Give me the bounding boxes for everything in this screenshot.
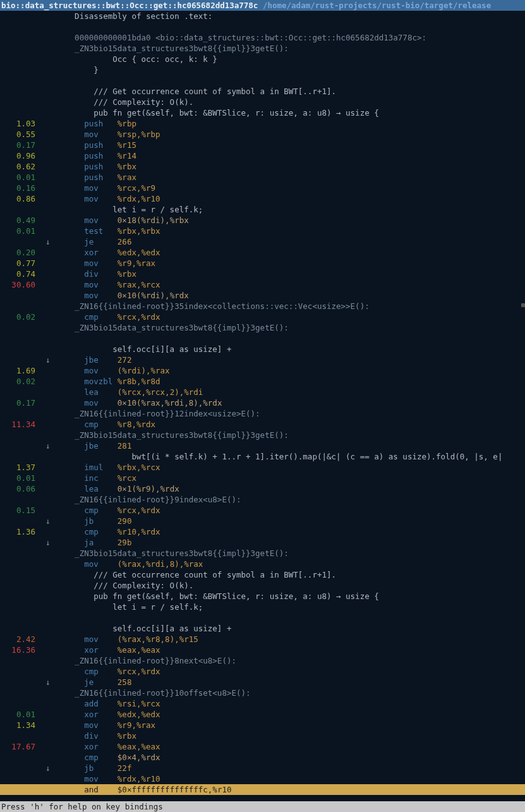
asm-line[interactable]: 17.67 xor %eax,%eax xyxy=(0,741,525,752)
asm-line[interactable]: 2.42 mov (%rax,%r8,8),%r15 xyxy=(0,634,525,645)
asm-line[interactable]: Occ { occ: occ, k: k } xyxy=(0,54,525,64)
code-column xyxy=(56,75,525,86)
asm-line[interactable]: mov (%rax,%rdi,8),%rax xyxy=(0,559,525,569)
asm-line[interactable]: 0.01 push %rax xyxy=(0,172,525,183)
jump-indicator xyxy=(40,462,56,473)
asm-line[interactable]: 1.03 push %rbp xyxy=(0,118,525,129)
jump-indicator xyxy=(40,784,56,795)
code-column: jbe 281 xyxy=(56,440,525,451)
asm-line[interactable]: } xyxy=(0,64,525,75)
asm-line[interactable]: /// Get occurrence count of symbol a in … xyxy=(0,86,525,97)
asm-line[interactable]: ↓ jb 290 xyxy=(0,516,525,526)
percent-column xyxy=(0,333,40,344)
asm-line[interactable]: ↓ je 266 xyxy=(0,236,525,247)
asm-line[interactable] xyxy=(0,75,525,86)
asm-line[interactable]: 16.36 xor %eax,%eax xyxy=(0,645,525,655)
code-column: _ZN16{{inlined-root}}9index<u8>E(): xyxy=(56,494,525,505)
asm-line[interactable]: 0.16 mov %rcx,%r9 xyxy=(0,183,525,193)
code-column: bwt[(i * self.k) + 1..r + 1].iter().map(… xyxy=(56,451,525,462)
asm-line[interactable]: 11.34 cmp %r8,%rdx xyxy=(0,419,525,430)
asm-line[interactable]: 1.37 imul %rbx,%rcx xyxy=(0,462,525,473)
asm-line[interactable]: pub fn get(&self, bwt: &BWTSlice, r: usi… xyxy=(0,107,525,118)
asm-line[interactable]: 0.01 xor %edx,%edx xyxy=(0,709,525,720)
jump-indicator xyxy=(40,21,56,32)
asm-line[interactable]: cmp %rcx,%rdx xyxy=(0,666,525,677)
percent-column xyxy=(0,559,40,569)
asm-line[interactable]: 0.01 inc %rcx xyxy=(0,473,525,483)
jump-indicator: ↓ xyxy=(40,516,56,526)
code-column: jbe 272 xyxy=(56,354,525,365)
asm-line[interactable]: 0.02 movzbl %r8b,%r8d xyxy=(0,376,525,387)
asm-line[interactable]: self.occ[i][a as usize] + xyxy=(0,623,525,634)
asm-line[interactable]: 1.69 mov (%rdi),%rax xyxy=(0,365,525,376)
asm-line[interactable] xyxy=(0,612,525,623)
asm-line[interactable]: 0.49 mov 0×18(%rdi),%rbx xyxy=(0,215,525,226)
asm-line[interactable]: ↓ ja 29b xyxy=(0,537,525,548)
asm-line[interactable]: ↓ jbe 281 xyxy=(0,440,525,451)
jump-indicator xyxy=(40,279,56,290)
asm-line[interactable]: 0.55 mov %rsp,%rbp xyxy=(0,129,525,140)
asm-line[interactable] xyxy=(0,21,525,32)
asm-line[interactable]: _ZN3bio15data_structures3bwt8{{impl}}3ge… xyxy=(0,548,525,559)
asm-line[interactable]: self.occ[i][a as usize] + xyxy=(0,344,525,354)
jump-indicator xyxy=(40,150,56,161)
asm-line[interactable]: mov %rdx,%r10 xyxy=(0,773,525,784)
code-column: je 266 xyxy=(56,236,525,247)
asm-line[interactable]: _ZN16{{inlined-root}}8next<u8>E(): xyxy=(0,655,525,666)
asm-line[interactable]: /// Complexity: O(k). xyxy=(0,580,525,591)
asm-line[interactable]: _ZN3bio15data_structures3bwt8{{impl}}3ge… xyxy=(0,430,525,440)
asm-line[interactable]: add %rsi,%rcx xyxy=(0,698,525,709)
asm-line[interactable]: 0.20 xor %edx,%edx xyxy=(0,247,525,258)
jump-indicator xyxy=(40,580,56,591)
jump-indicator xyxy=(40,258,56,269)
jump-indicator xyxy=(40,226,56,236)
percent-column xyxy=(0,730,40,741)
asm-line[interactable]: 0.15 cmp %rcx,%rdx xyxy=(0,505,525,516)
jump-indicator xyxy=(40,333,56,344)
asm-line[interactable]: 1.36 cmp %r10,%rdx xyxy=(0,526,525,537)
asm-line[interactable] xyxy=(0,333,525,344)
asm-line[interactable]: cmp $0×4,%rdx xyxy=(0,752,525,763)
percent-column xyxy=(0,301,40,312)
asm-line[interactable]: bwt[(i * self.k) + 1..r + 1].iter().map(… xyxy=(0,451,525,462)
asm-line[interactable]: _ZN16{{inlined-root}}10offset<u8>E(): xyxy=(0,688,525,698)
asm-line[interactable]: _ZN16{{inlined-root}}9index<u8>E(): xyxy=(0,494,525,505)
asm-line[interactable]: pub fn get(&self, bwt: &BWTSlice, r: usi… xyxy=(0,591,525,602)
asm-line[interactable]: 0.86 mov %rdx,%r10 xyxy=(0,193,525,204)
asm-line[interactable]: let i = r / self.k; xyxy=(0,602,525,612)
asm-line[interactable]: _ZN16{{inlined-root}}12index<usize>E(): xyxy=(0,408,525,419)
asm-line[interactable]: 0.17 mov 0×10(%rax,%rdi,8),%rdx xyxy=(0,397,525,408)
code-column: je 258 xyxy=(56,677,525,688)
percent-column: 17.67 xyxy=(0,741,40,752)
percent-column: 11.34 xyxy=(0,419,40,430)
asm-line[interactable]: _ZN3bio15data_structures3bwt8{{impl}}3ge… xyxy=(0,322,525,333)
asm-line[interactable]: 0.96 push %r14 xyxy=(0,150,525,161)
asm-line[interactable]: let i = r / self.k; xyxy=(0,204,525,215)
asm-line[interactable]: _ZN3bio15data_structures3bwt8{{impl}}3ge… xyxy=(0,43,525,54)
asm-line[interactable]: _ZN16{{inlined-root}}35index<collections… xyxy=(0,301,525,312)
code-column: _ZN16{{inlined-root}}12index<usize>E(): xyxy=(56,408,525,419)
asm-line[interactable]: div %rbx xyxy=(0,730,525,741)
asm-line[interactable]: /// Get occurrence count of symbol a in … xyxy=(0,569,525,580)
asm-line[interactable]: Disassembly of section .text: xyxy=(0,11,525,21)
asm-line[interactable]: 0.17 push %r15 xyxy=(0,140,525,150)
asm-line[interactable]: 0.77 mov %r9,%rax xyxy=(0,258,525,269)
disassembly-viewport[interactable]: Disassembly of section .text: 0000000000… xyxy=(0,11,525,801)
asm-line[interactable]: 0.06 lea 0×1(%r9),%rdx xyxy=(0,483,525,494)
asm-line[interactable]: 30.60 mov %rax,%rcx xyxy=(0,279,525,290)
asm-line[interactable]: 0.01 test %rbx,%rbx xyxy=(0,226,525,236)
percent-column: 1.36 xyxy=(0,526,40,537)
asm-line[interactable]: 1.34 mov %r9,%rax xyxy=(0,720,525,730)
asm-line[interactable]: ↓ jbe 272 xyxy=(0,354,525,365)
asm-line[interactable]: 000000000001bda0 <bio::data_structures::… xyxy=(0,32,525,43)
asm-line[interactable]: /// Complexity: O(k). xyxy=(0,97,525,107)
asm-line-highlighted[interactable]: and $0×fffffffffffffffc,%r10 xyxy=(0,784,525,795)
asm-line[interactable]: 0.62 push %rbx xyxy=(0,161,525,172)
asm-line[interactable]: mov 0×10(%rdi),%rdx xyxy=(0,290,525,301)
asm-line[interactable]: lea (%rcx,%rcx,2),%rdi xyxy=(0,387,525,397)
asm-line[interactable]: 0.02 cmp %rcx,%rdx xyxy=(0,312,525,322)
asm-line[interactable]: ↓ jb 22f xyxy=(0,763,525,773)
asm-line[interactable]: ↓ je 258 xyxy=(0,677,525,688)
jump-indicator xyxy=(40,107,56,118)
asm-line[interactable]: 0.74 div %rbx xyxy=(0,269,525,279)
